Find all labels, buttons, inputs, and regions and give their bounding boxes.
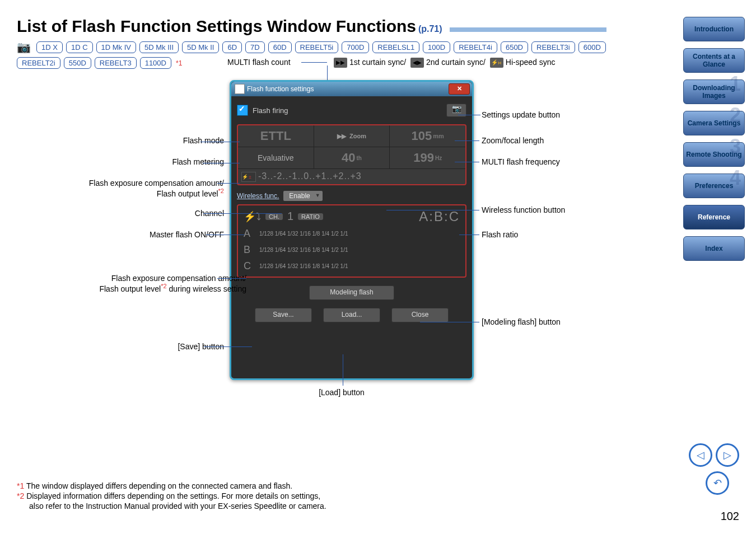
page-number: 102: [721, 510, 739, 523]
load-button-label: [Load] button: [297, 388, 386, 397]
flash-comp-wireless-label: Flash exposure compensation amount/Flash…: [45, 274, 246, 293]
channel-value[interactable]: 1: [287, 210, 293, 223]
multi-count-cell[interactable]: 40th: [314, 147, 390, 168]
sidebar-item-camera-settings[interactable]: 2Camera Settings: [683, 111, 745, 135]
sidebar-item-downloading[interactable]: 1Downloading Images: [683, 79, 745, 104]
load-button[interactable]: Load...: [323, 308, 380, 322]
group-a-row[interactable]: A1/128 1/64 1/32 1/16 1/8 1/4 1/2 1/1: [240, 226, 463, 242]
hispeed-sync-icon: ⚡ʜ: [490, 58, 503, 68]
group-c-row[interactable]: C1/128 1/64 1/32 1/16 1/8 1/4 1/2 1/1: [240, 258, 463, 274]
footnote-ref-1: *1: [176, 59, 182, 67]
badge: REBELT4i: [454, 41, 497, 53]
flash-firing-checkbox[interactable]: [237, 105, 248, 116]
multi-freq-cell[interactable]: 199Hz: [390, 147, 465, 168]
window-icon: [235, 84, 245, 94]
flash-mode-cell[interactable]: ETTL: [238, 125, 314, 147]
badge: 100D: [423, 41, 450, 53]
group-b-row[interactable]: B1/128 1/64 1/32 1/16 1/8 1/4 1/2 1/1: [240, 242, 463, 258]
prev-page-button[interactable]: ◁: [689, 443, 712, 467]
flash-comp-icon: ⚡±: [241, 172, 256, 182]
wireless-enable-dropdown[interactable]: Enable: [283, 191, 322, 201]
sidebar-item-reference[interactable]: Reference: [683, 205, 745, 229]
wireless-func-label: Wireless function button: [482, 205, 565, 214]
next-page-button[interactable]: ▷: [716, 443, 739, 467]
sync-options-legend: ▶▶1st curtain sync/ ◀▶2nd curtain sync/ …: [332, 58, 555, 68]
badge: 60D: [268, 41, 292, 53]
sync-mode-cell[interactable]: ▶▶ Zoom: [314, 125, 390, 147]
badge: 700D: [342, 41, 369, 53]
zoom-label: Zoom/focal length: [482, 136, 544, 145]
badge: REBELT2i: [17, 57, 60, 69]
flash-ratio-label: Flash ratio: [482, 230, 518, 239]
multi-flash-count-label: MULTI flash count: [227, 58, 291, 67]
close-button[interactable]: Close: [391, 308, 449, 322]
zoom-cell[interactable]: 105mm: [390, 125, 465, 147]
sidebar-item-introduction[interactable]: Introduction: [683, 17, 745, 41]
badge: 650D: [501, 41, 528, 53]
flash-mode-label: Flash mode: [151, 136, 224, 145]
badge: REBELT5i: [295, 41, 339, 53]
flash-ratio-value[interactable]: A:B:C: [419, 209, 460, 224]
wireless-func-button[interactable]: Wireless func.: [237, 192, 279, 200]
sidebar-item-index[interactable]: Index: [683, 236, 745, 261]
page-nav: ◁ ▷: [689, 443, 739, 467]
save-button[interactable]: Save...: [255, 308, 312, 322]
window-titlebar: Flash function settings ✕: [231, 82, 472, 96]
modeling-flash-label: [Modeling flash] button: [482, 317, 561, 326]
multi-freq-label: MULTI flash frequency: [482, 157, 560, 166]
badge: 1D Mk IV: [96, 41, 136, 53]
return-button[interactable]: ↶: [706, 471, 729, 495]
first-curtain-icon: ▶▶: [334, 58, 347, 68]
badge: REBELT3i: [531, 41, 575, 53]
metering-cell[interactable]: Evaluative: [238, 147, 314, 168]
flash-metering-label: Flash metering: [140, 157, 224, 166]
title-rule: [450, 27, 606, 32]
window-title: Flash function settings: [247, 85, 314, 93]
second-curtain-icon: ◀▶: [410, 58, 424, 68]
footnotes: *1 The window displayed differs dependin…: [17, 481, 326, 512]
badge: 5D Mk II: [182, 41, 219, 53]
flash-settings-window: Flash function settings ✕ Flash firing 📷…: [230, 80, 474, 380]
page-title: List of Flash Function Settings Window F…: [17, 17, 745, 36]
sidebar-nav: Introduction Contents at a Glance 1Downl…: [683, 17, 745, 261]
badge: 1D X: [36, 41, 63, 53]
sidebar-item-contents[interactable]: Contents at a Glance: [683, 48, 745, 73]
settings-update-label: Settings update button: [482, 110, 560, 119]
ratio-button[interactable]: RATIO: [298, 213, 323, 220]
badge: 5D Mk III: [139, 41, 179, 53]
master-flash-icon[interactable]: ⚡⤵: [244, 210, 261, 223]
badge: 1100D: [140, 57, 171, 69]
badge: 6D: [222, 41, 242, 53]
camera-icon: 📷: [17, 40, 31, 54]
sidebar-item-preferences[interactable]: 4Preferences: [683, 174, 745, 198]
badge: REBELT3: [95, 57, 137, 69]
badge: 7D: [245, 41, 265, 53]
channel-label: CH.: [265, 213, 283, 220]
exposure-comp-scale[interactable]: ⚡±-3..-2..-1..0..+1..+2..+3: [238, 169, 465, 184]
badge: 1D C: [66, 41, 93, 53]
flash-comp-label: Flash exposure compensation amount/Flash…: [45, 179, 224, 198]
badge: 600D: [578, 41, 606, 53]
page-ref: (p.71): [418, 24, 442, 34]
sidebar-item-remote-shooting[interactable]: 3Remote Shooting: [683, 142, 745, 167]
modeling-flash-button[interactable]: Modeling flash: [309, 285, 394, 300]
window-close-button[interactable]: ✕: [449, 83, 470, 95]
flash-firing-label: Flash firing: [253, 106, 288, 115]
badge: 550D: [64, 57, 91, 69]
badge: REBELSL1: [372, 41, 419, 53]
